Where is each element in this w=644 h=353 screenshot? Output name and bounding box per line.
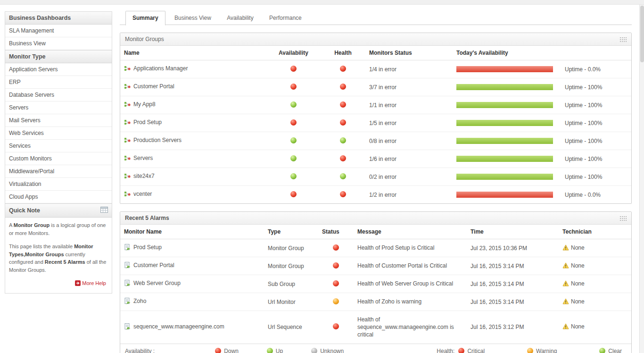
warning-icon — [562, 280, 569, 288]
sidebar-item-middleware-portal[interactable]: Middleware/Portal — [5, 165, 112, 178]
monitor-group-name-link[interactable]: Applications Manager — [133, 65, 188, 72]
sidebar-header-business-dashboards: Business Dashboards — [5, 11, 112, 25]
monitor-group-row: Production Servers 0/8 in error Uptime -… — [120, 132, 631, 150]
tab-availability[interactable]: Availability — [220, 11, 260, 25]
alarm-status-dot[interactable] — [333, 298, 339, 304]
monitor-group-name-link[interactable]: Servers — [133, 155, 153, 161]
alarm-status-dot[interactable] — [333, 323, 339, 329]
uptime-label: Uptime - 0.0% — [561, 60, 631, 78]
more-help-link[interactable]: More Help — [75, 280, 106, 286]
alarm-monitor-name-link[interactable]: sequence_www.manageengine.com — [133, 323, 224, 330]
availability-status-dot[interactable] — [290, 155, 297, 161]
alarm-status-dot[interactable] — [333, 244, 339, 251]
monitor-group-name-link[interactable]: Prod Setup — [133, 119, 162, 126]
monitor-group-row: Servers 1/6 in error Uptime - 100% — [120, 150, 631, 168]
availability-bar — [456, 192, 553, 198]
health-status-dot[interactable] — [340, 84, 346, 90]
recent-alarms-table: Monitor Name Type Status Message Time Te… — [120, 225, 631, 344]
sidebar-item-services[interactable]: Services — [5, 140, 112, 152]
availability-status-dot[interactable] — [290, 191, 297, 197]
health-status-dot[interactable] — [340, 191, 346, 197]
sidebar-item-cloud-apps[interactable]: Cloud Apps — [5, 191, 112, 203]
availability-status-dot[interactable] — [290, 101, 297, 108]
alarm-type: Url Sequence — [264, 311, 318, 344]
availability-status-dot[interactable] — [290, 66, 297, 72]
col-type: Type — [264, 225, 318, 239]
status-legend: Availability : Down Up Unknown Health: C… — [120, 344, 631, 353]
sidebar-item-custom-monitors[interactable]: Custom Monitors — [5, 152, 112, 165]
alarm-type: Sub Group — [264, 275, 318, 293]
alarm-status-dot[interactable] — [333, 280, 339, 286]
sidebar-item-sla-management[interactable]: SLA Management — [5, 25, 112, 37]
col-message: Message — [354, 225, 467, 239]
sidebar-item-application-servers[interactable]: Application Servers — [5, 63, 112, 76]
legend-item-warning: Warning — [527, 348, 557, 353]
health-status-dot[interactable] — [340, 101, 346, 108]
sidebar-item-servers[interactable]: Servers — [5, 101, 112, 114]
sidebar-item-database-servers[interactable]: Database Servers — [5, 89, 112, 101]
tab-performance[interactable]: Performance — [263, 11, 308, 25]
alarm-row: Web Server Group Sub Group Health of Web… — [120, 275, 631, 293]
monitor-group-icon — [124, 65, 131, 73]
col-time: Time — [467, 225, 559, 239]
availability-status-dot[interactable] — [290, 119, 297, 126]
monitor-group-name-link[interactable]: site24x7 — [133, 173, 155, 179]
monitors-status-text: 0/2 in error — [365, 168, 453, 186]
sidebar-item-virtualization[interactable]: Virtualization — [5, 178, 112, 191]
availability-status-dot[interactable] — [290, 173, 297, 179]
tab-summary[interactable]: Summary — [125, 11, 165, 25]
alarm-monitor-name-link[interactable]: Zoho — [133, 298, 146, 304]
alarm-type: Url Monitor — [264, 293, 318, 311]
technician-link[interactable]: None — [571, 323, 585, 330]
scrollbar-thumb[interactable] — [640, 6, 644, 62]
health-status-dot[interactable] — [340, 119, 346, 126]
uptime-label: Uptime - 100% — [561, 96, 631, 114]
alarm-monitor-name-link[interactable]: Web Server Group — [133, 280, 181, 286]
uptime-label: Uptime - 100% — [561, 114, 631, 132]
monitor-group-icon — [124, 119, 131, 127]
availability-bar — [456, 102, 553, 108]
recent-alarms-panel: Recent 5 Alarms Monitor Name Type Status… — [120, 211, 632, 353]
alarm-monitor-name-link[interactable]: Customer Portal — [133, 262, 174, 269]
tab-business-view[interactable]: Business View — [168, 11, 218, 25]
sidebar-item-erp[interactable]: ERP — [5, 76, 112, 89]
quick-note-body: A Monitor Group is a logical group of on… — [5, 218, 112, 293]
availability-status-dot[interactable] — [290, 137, 297, 143]
monitor-group-row: My App8 1/1 in error Uptime - 100% — [120, 96, 631, 114]
alarm-time: Jul 23, 2015 10:36 PM — [467, 239, 559, 257]
availability-bar — [456, 66, 553, 72]
alarm-status-dot[interactable] — [333, 262, 339, 269]
availability-status-dot[interactable] — [290, 84, 297, 90]
technician-link[interactable]: None — [571, 262, 585, 269]
availability-bar — [456, 156, 553, 162]
alarm-monitor-name-link[interactable]: Prod Setup — [133, 244, 162, 251]
quick-note-paragraph: This page lists the available Monitor Ty… — [9, 243, 108, 274]
drag-handle-icon[interactable] — [619, 37, 627, 42]
technician-link[interactable]: None — [571, 280, 585, 287]
monitors-status-text: 1/1 in error — [365, 96, 453, 114]
monitor-group-name-link[interactable]: Customer Portal — [133, 83, 174, 90]
drag-handle-icon[interactable] — [619, 216, 627, 221]
health-status-dot[interactable] — [340, 137, 346, 143]
sidebar-item-web-services[interactable]: Web Services — [5, 127, 112, 140]
sidebar-item-mail-servers[interactable]: Mail Servers — [5, 114, 112, 127]
health-status-dot[interactable] — [340, 66, 346, 72]
health-status-dot[interactable] — [340, 155, 346, 161]
monitor-group-name-link[interactable]: vcenter — [133, 191, 152, 197]
unknown-dot — [311, 348, 317, 353]
legend-item-clear: Clear — [599, 348, 622, 353]
legend-availability-label: Availability : — [125, 348, 155, 353]
technician-link[interactable]: None — [571, 244, 585, 251]
technician-link[interactable]: None — [571, 298, 585, 305]
help-icon — [75, 280, 81, 288]
table-header-row: Name Availability Health Monitors Status… — [120, 46, 631, 60]
monitors-status-text: 0/8 in error — [365, 132, 453, 150]
critical-dot — [458, 348, 464, 353]
alarm-time: Jul 16, 2015 3:14 PM — [467, 257, 559, 275]
scrollbar[interactable] — [639, 5, 644, 353]
monitor-group-name-link[interactable]: My App8 — [133, 101, 156, 108]
col-technician: Technician — [559, 225, 631, 239]
monitor-group-name-link[interactable]: Production Servers — [133, 137, 182, 143]
sidebar-item-business-view[interactable]: Business View — [5, 37, 112, 50]
health-status-dot[interactable] — [340, 173, 346, 179]
